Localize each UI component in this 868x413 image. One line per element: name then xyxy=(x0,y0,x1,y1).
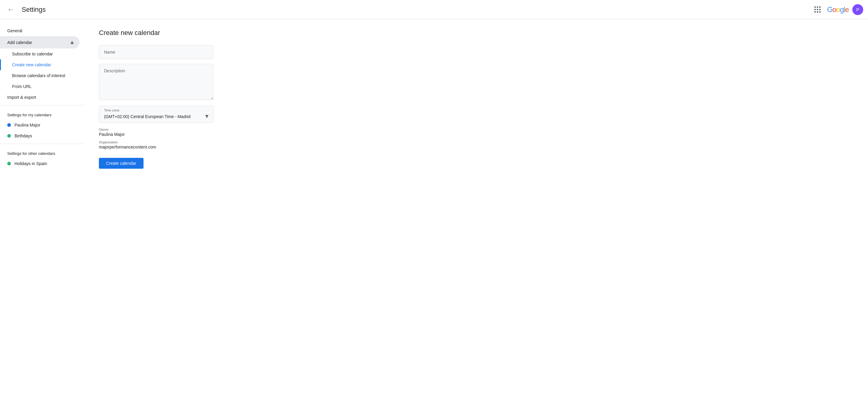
timezone-select-container[interactable]: Time zone (GMT+02:00) Central European T… xyxy=(99,106,213,123)
avatar[interactable]: P xyxy=(852,4,863,15)
sidebar-section-my-calendars: Settings for my calendars xyxy=(0,108,85,119)
name-field-container xyxy=(99,45,213,59)
organization-value: majorperformancecontent.com xyxy=(99,145,213,149)
chevron-down-icon: ▼ xyxy=(204,113,210,119)
owner-field: Owner Paulina Major xyxy=(99,128,213,137)
sidebar-sub-subscribe-label: Subscribe to calendar xyxy=(12,51,53,56)
sidebar-sub-subscribe[interactable]: Subscribe to calendar xyxy=(0,48,80,59)
page-title-header: Settings xyxy=(22,6,46,13)
paulina-label: Paulina Major xyxy=(14,123,40,128)
description-field-container xyxy=(99,64,213,101)
create-calendar-title: Create new calendar xyxy=(99,29,854,37)
header: ← Settings Google P xyxy=(0,0,868,19)
sidebar-item-add-calendar[interactable]: Add calendar ▲ xyxy=(0,36,80,48)
header-left: ← Settings xyxy=(5,4,46,16)
sidebar-calendar-paulina[interactable]: Paulina Major xyxy=(0,119,80,131)
sidebar-general-label: General xyxy=(7,28,22,33)
sidebar-sub-create-new[interactable]: Create new calendar xyxy=(0,59,80,70)
sidebar-divider-2 xyxy=(0,144,85,144)
sidebar-item-general[interactable]: General xyxy=(0,25,80,36)
sidebar-calendar-birthdays[interactable]: Birthdays xyxy=(0,131,80,141)
timezone-value: (GMT+02:00) Central European Time - Madr… xyxy=(104,114,190,119)
sidebar-import-label: Import & export xyxy=(7,95,36,100)
sidebar-sub-browse[interactable]: Browse calendars of interest xyxy=(0,70,80,81)
sidebar-sub-from-url[interactable]: From URL xyxy=(0,81,80,92)
create-calendar-form: Time zone (GMT+02:00) Central European T… xyxy=(99,45,213,169)
google-logo: Google xyxy=(827,5,849,14)
timezone-label: Time zone xyxy=(99,106,213,112)
sidebar-item-import-export[interactable]: Import & export xyxy=(0,92,80,103)
paulina-dot xyxy=(7,123,11,127)
description-input[interactable] xyxy=(99,64,213,100)
sidebar-calendar-holidays[interactable]: Holidays in Spain xyxy=(0,158,80,169)
sidebar: General Add calendar ▲ Subscribe to cale… xyxy=(0,19,85,413)
organization-label: Organization xyxy=(99,140,213,144)
header-right: Google P xyxy=(812,4,863,16)
sidebar-add-calendar-label: Add calendar xyxy=(7,40,32,45)
apps-grid-icon xyxy=(814,6,821,13)
organization-field: Organization majorperformancecontent.com xyxy=(99,140,213,149)
sidebar-divider-1 xyxy=(0,105,85,105)
sidebar-sub-url-label: From URL xyxy=(12,84,32,89)
owner-value: Paulina Major xyxy=(99,132,213,137)
sidebar-sub-browse-label: Browse calendars of interest xyxy=(12,73,65,78)
name-input[interactable] xyxy=(99,45,213,59)
chevron-up-icon: ▲ xyxy=(69,39,75,45)
timezone-select-inner[interactable]: (GMT+02:00) Central European Time - Madr… xyxy=(99,112,213,123)
main-layout: General Add calendar ▲ Subscribe to cale… xyxy=(0,19,868,413)
birthdays-label: Birthdays xyxy=(14,133,32,138)
sidebar-section-other-calendars: Settings for other calendars xyxy=(0,146,85,158)
holidays-dot xyxy=(7,162,11,165)
holidays-label: Holidays in Spain xyxy=(14,161,47,166)
birthdays-dot xyxy=(7,134,11,138)
sidebar-sub-create-label: Create new calendar xyxy=(12,62,51,67)
back-button[interactable]: ← xyxy=(5,4,17,16)
owner-label: Owner xyxy=(99,128,213,131)
main-content: Create new calendar Time zone (GMT+02:00… xyxy=(85,19,868,413)
create-calendar-button[interactable]: Create calendar xyxy=(99,158,144,169)
apps-button[interactable] xyxy=(812,4,824,16)
